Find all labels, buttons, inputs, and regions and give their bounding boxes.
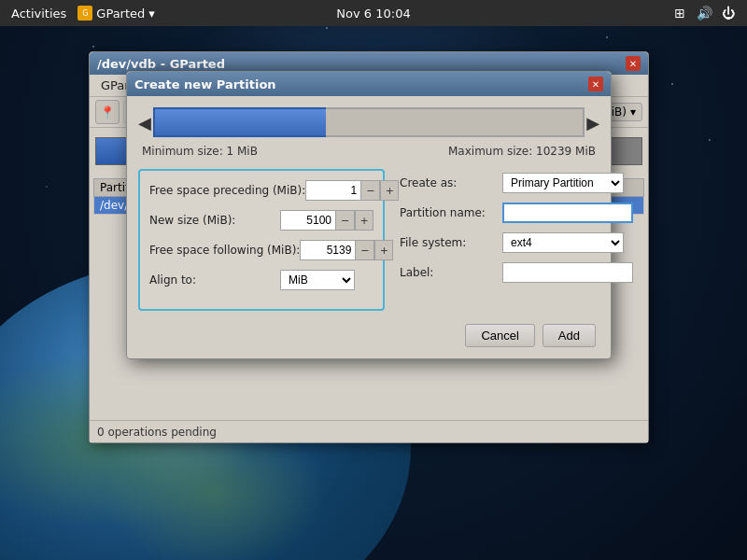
align-to-label: Align to: bbox=[149, 273, 280, 287]
partition-visual: ◀ ▶ bbox=[138, 107, 599, 137]
volume-icon: 🔊 bbox=[697, 6, 712, 21]
app-name-label: GParted bbox=[96, 7, 145, 21]
form-left: Free space preceding (MiB): − + New size… bbox=[138, 169, 385, 311]
free-preceding-row: Free space preceding (MiB): − + bbox=[149, 180, 374, 201]
pv-bar bbox=[153, 107, 585, 137]
new-size-increment[interactable]: + bbox=[355, 210, 374, 231]
dialog-overlay: Create new Partition ✕ ◀ ▶ bbox=[90, 52, 648, 442]
cancel-button[interactable]: Cancel bbox=[465, 324, 534, 347]
dialog-form: Free space preceding (MiB): − + New size… bbox=[138, 169, 599, 311]
form-right: Create as: Primary Partition Extended Pa… bbox=[400, 169, 633, 311]
topbar: Activities G GParted ▾ Nov 6 10:04 ⊞ 🔊 ⏻ bbox=[0, 0, 747, 26]
app-icon: G bbox=[78, 6, 92, 21]
main-window: /dev/vdb - GParted ✕ GParted Edit View D… bbox=[89, 51, 649, 443]
label-row: Label: bbox=[400, 262, 633, 283]
pv-left-arrow-icon: ◀ bbox=[138, 113, 151, 133]
free-following-input[interactable] bbox=[300, 240, 356, 260]
free-following-decrement[interactable]: − bbox=[356, 240, 374, 260]
create-as-label: Create as: bbox=[400, 176, 502, 189]
desktop: Activities G GParted ▾ Nov 6 10:04 ⊞ 🔊 ⏻… bbox=[0, 0, 747, 560]
network-icon: ⊞ bbox=[672, 6, 687, 21]
max-size-label: Maximum size: 10239 MiB bbox=[448, 145, 596, 158]
align-to-container: MiB Cylinder None bbox=[280, 270, 355, 290]
free-following-increment[interactable]: + bbox=[374, 240, 393, 260]
min-size-label: Minimum size: 1 MiB bbox=[142, 145, 258, 158]
topbar-datetime: Nov 6 10:04 bbox=[336, 7, 410, 21]
dialog-title: Create new Partition bbox=[134, 77, 276, 91]
new-size-row: New size (MiB): − + bbox=[149, 210, 374, 231]
power-icon: ⏻ bbox=[721, 6, 736, 21]
new-size-decrement[interactable]: − bbox=[336, 210, 355, 231]
free-preceding-label: Free space preceding (MiB): bbox=[149, 184, 305, 197]
file-system-label: File system: bbox=[400, 236, 502, 249]
new-size-spinner: − + bbox=[280, 210, 374, 231]
free-following-label: Free space following (MiB): bbox=[149, 244, 300, 257]
app-menu-arrow: ▾ bbox=[148, 7, 155, 21]
pv-used-section bbox=[153, 107, 326, 137]
partition-name-input[interactable] bbox=[502, 203, 633, 223]
add-button[interactable]: Add bbox=[543, 324, 596, 347]
app-indicator: G GParted ▾ bbox=[78, 6, 155, 21]
topbar-right: ⊞ 🔊 ⏻ bbox=[672, 6, 736, 21]
partition-name-row: Partition name: bbox=[400, 203, 633, 223]
new-size-label: New size (MiB): bbox=[149, 214, 280, 227]
new-size-input[interactable] bbox=[280, 210, 336, 231]
pv-right-arrow-icon: ▶ bbox=[586, 113, 599, 133]
create-as-select[interactable]: Primary Partition Extended Partition Log… bbox=[502, 173, 624, 193]
partition-name-label: Partition name: bbox=[400, 206, 502, 219]
free-preceding-decrement[interactable]: − bbox=[361, 180, 380, 201]
create-as-row: Create as: Primary Partition Extended Pa… bbox=[400, 173, 633, 193]
free-following-spinner: − + bbox=[300, 240, 393, 260]
label-input[interactable] bbox=[502, 262, 633, 283]
free-preceding-increment[interactable]: + bbox=[380, 180, 399, 201]
create-partition-dialog: Create new Partition ✕ ◀ ▶ bbox=[126, 71, 612, 359]
file-system-select[interactable]: ext4 ext3 ext2 fat32 ntfs swap bbox=[502, 232, 624, 253]
activities-button[interactable]: Activities bbox=[11, 7, 66, 21]
pv-free-section bbox=[326, 107, 585, 137]
dialog-body: ◀ ▶ Minimum size: 1 MiB Maximum size: 10… bbox=[127, 96, 611, 358]
topbar-left: Activities G GParted ▾ bbox=[11, 6, 155, 21]
file-system-row: File system: ext4 ext3 ext2 fat32 ntfs s… bbox=[400, 232, 633, 253]
align-to-row: Align to: MiB Cylinder None bbox=[149, 270, 374, 290]
size-info: Minimum size: 1 MiB Maximum size: 10239 … bbox=[138, 145, 599, 158]
align-to-select[interactable]: MiB Cylinder None bbox=[280, 270, 355, 290]
dialog-close-button[interactable]: ✕ bbox=[588, 77, 603, 91]
free-preceding-input[interactable] bbox=[305, 180, 361, 201]
dialog-titlebar: Create new Partition ✕ bbox=[127, 72, 611, 96]
dialog-buttons: Cancel Add bbox=[138, 324, 599, 347]
free-following-row: Free space following (MiB): − + bbox=[149, 240, 374, 260]
free-preceding-spinner: − + bbox=[305, 180, 399, 201]
label-label: Label: bbox=[400, 266, 502, 279]
